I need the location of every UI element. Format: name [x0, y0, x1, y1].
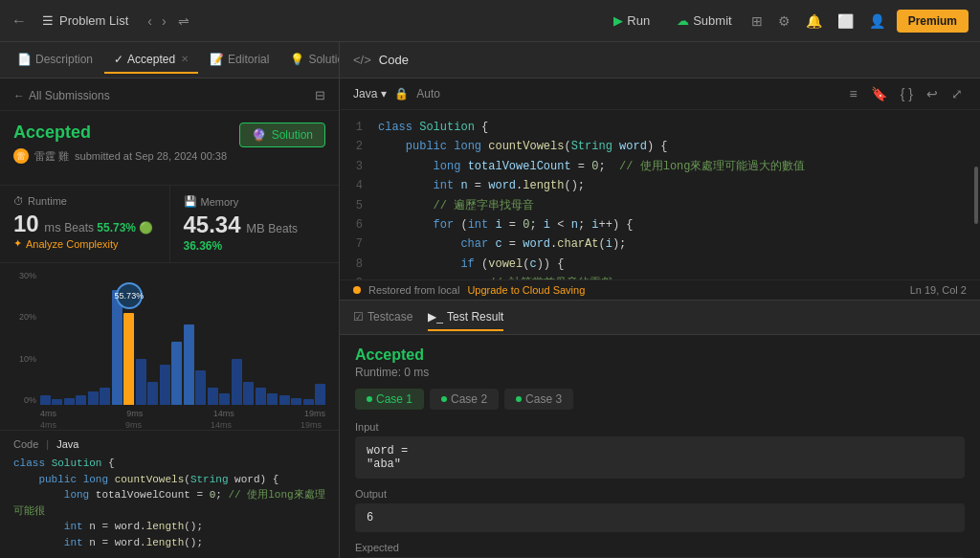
submit-button[interactable]: ☁ Submit: [669, 10, 739, 32]
scroll-indicator: [974, 167, 978, 224]
chart-x-label-9ms: 9ms: [126, 409, 143, 418]
code-preview-header: Code | Java: [13, 438, 325, 450]
problem-list-button[interactable]: ☰ Problem List: [34, 10, 136, 32]
left-panel: 📄 Description ✓ Accepted ✕ 📝 Editorial 💡…: [0, 42, 340, 558]
chart-bar-21[interactable]: [291, 398, 301, 405]
chart-bar-20[interactable]: [279, 395, 290, 405]
top-nav: ← ☰ Problem List ‹ › ⇌ ▶ Run ☁ Submit ⊞ …: [0, 0, 980, 42]
accepted-section: Accepted 雷 雷霆 雞 submitted at Sep 28, 202…: [0, 111, 339, 186]
test-accepted-label: Accepted: [355, 346, 965, 364]
runtime-stat-box: ⏱ Runtime 10 ms Beats 55.73% 🟢 ✦ Analyze…: [0, 186, 170, 263]
bookmark-icon-button[interactable]: 🔖: [867, 84, 891, 103]
case-1-tab[interactable]: Case 1: [355, 389, 424, 410]
input-section: Input word = "aba": [355, 421, 965, 479]
chart-bar-23[interactable]: [315, 384, 325, 405]
language-selector[interactable]: Java ▾: [353, 87, 387, 100]
input-value: word = "aba": [355, 436, 965, 479]
timer-icon-button[interactable]: 🔔: [802, 10, 826, 33]
memory-unit: MB: [246, 221, 265, 235]
chart-bar-22[interactable]: [303, 399, 314, 405]
chart-bar-7[interactable]: 55.73%: [123, 313, 134, 405]
input-label: Input: [355, 421, 965, 433]
code-editor[interactable]: 1 class Solution { 2 public long countVo…: [340, 110, 980, 279]
case-2-tab[interactable]: Case 2: [430, 389, 499, 410]
code-line-9: 9 // 計算當前母音的貢獻: [340, 274, 980, 279]
analyze-link[interactable]: ✦ Analyze Complexity: [13, 237, 156, 250]
code-header: </> Code: [340, 42, 980, 78]
code-bracket-icon: </>: [353, 53, 371, 67]
tab-testcase[interactable]: ☑ Testcase: [353, 304, 412, 331]
clock-icon: ⏱: [13, 195, 24, 207]
test-runtime-label: Runtime: 0 ms: [355, 366, 965, 379]
chart-bar-1[interactable]: [52, 399, 62, 405]
avatar-button[interactable]: 👤: [865, 10, 889, 33]
case-3-tab[interactable]: Case 3: [504, 389, 573, 410]
restore-text: Restored from local: [368, 284, 459, 296]
test-result-icon: ▶_: [428, 310, 443, 324]
tab-description[interactable]: 📄 Description: [8, 47, 102, 74]
runtime-pct: 55.73%: [97, 221, 136, 234]
solution-button[interactable]: 🔮 Solution: [239, 123, 325, 147]
run-button[interactable]: ▶ Run: [606, 10, 657, 32]
chart-bar-2[interactable]: [64, 398, 75, 405]
solutions-icon: 💡: [290, 53, 304, 66]
chart-bar-11[interactable]: [171, 342, 182, 405]
description-icon: 📄: [17, 53, 32, 66]
output-value: 6: [355, 503, 965, 532]
tab-test-result[interactable]: ▶_ Test Result: [428, 304, 503, 331]
code-line-5: 5 // 遍歷字串找母音: [340, 196, 980, 215]
menu-icon-button[interactable]: ≡: [846, 84, 861, 103]
premium-button[interactable]: Premium: [897, 10, 969, 33]
chart-bar-0[interactable]: [40, 395, 51, 405]
close-tab-icon[interactable]: ✕: [181, 54, 189, 64]
test-content: Accepted Runtime: 0 ms Case 1 Case 2 Cas…: [340, 335, 980, 558]
tab-solutions[interactable]: 💡 Solutions: [280, 47, 339, 74]
chart-bar-13[interactable]: [195, 370, 206, 405]
code-footer: Restored from local Upgrade to Cloud Sav…: [340, 279, 980, 300]
chart-bar-17[interactable]: [243, 382, 254, 405]
tab-accepted[interactable]: ✓ Accepted ✕: [104, 47, 198, 74]
back-icon[interactable]: ←: [11, 12, 27, 30]
shuffle-button[interactable]: ⇌: [178, 13, 189, 29]
chart-bar-3[interactable]: [76, 395, 86, 405]
chart-bar-8[interactable]: [136, 359, 146, 405]
code-preview-content: class Solution { public long countVowels…: [13, 456, 325, 550]
code-format-icon-button[interactable]: { }: [897, 84, 917, 103]
undo-icon-button[interactable]: ↩: [923, 84, 942, 103]
run-label: Run: [627, 13, 650, 28]
memory-pct: 36.36%: [184, 239, 223, 253]
submitted-by: 雷霆 雞: [34, 149, 69, 164]
upgrade-link[interactable]: Upgrade to Cloud Saving: [467, 284, 585, 296]
chart-bar-19[interactable]: [267, 393, 278, 405]
code-line-7: 7 char c = word.charAt(i);: [340, 234, 980, 254]
solution-icon: 🔮: [252, 128, 266, 142]
tab-editorial[interactable]: 📝 Editorial: [200, 47, 278, 74]
chart-bar-4[interactable]: [88, 391, 99, 405]
memory-stat-box: 💾 Memory 45.34 MB Beats 36.36%: [170, 186, 340, 263]
chart-bar-9[interactable]: [147, 382, 158, 405]
chart-bar-16[interactable]: [232, 359, 242, 405]
settings-icon-button[interactable]: ⚙: [774, 10, 794, 33]
submit-label: Submit: [693, 13, 731, 28]
nav-icons: ⊞ ⚙ 🔔 ⬜ 👤: [747, 10, 889, 33]
filter-icon[interactable]: ⊟: [315, 88, 325, 102]
chart-bar-15[interactable]: [219, 393, 230, 405]
back-submissions-button[interactable]: ← All Submissions: [13, 89, 110, 102]
screen-icon-button[interactable]: ⬜: [834, 10, 858, 33]
expand-icon-button[interactable]: ⤢: [947, 84, 967, 103]
chart-bar-18[interactable]: [256, 388, 266, 405]
chart-bar-6[interactable]: [112, 290, 122, 405]
submissions-header: ← All Submissions ⊟: [0, 78, 339, 111]
memory-value-row: 45.34 MB Beats 36.36%: [184, 212, 326, 253]
chart-bar-10[interactable]: [160, 365, 170, 405]
chart-bar-12[interactable]: [184, 324, 194, 405]
tab-bar: 📄 Description ✓ Accepted ✕ 📝 Editorial 💡…: [0, 42, 339, 78]
grid-icon-button[interactable]: ⊞: [747, 10, 767, 33]
next-button[interactable]: ›: [158, 11, 170, 31]
prev-button[interactable]: ‹: [144, 11, 156, 31]
memory-icon: 💾: [184, 195, 197, 208]
chart-bar-14[interactable]: [208, 388, 218, 405]
chart-x-label-4ms: 4ms: [40, 409, 56, 418]
editorial-icon: 📝: [210, 53, 224, 66]
chart-bar-5[interactable]: [100, 388, 110, 405]
